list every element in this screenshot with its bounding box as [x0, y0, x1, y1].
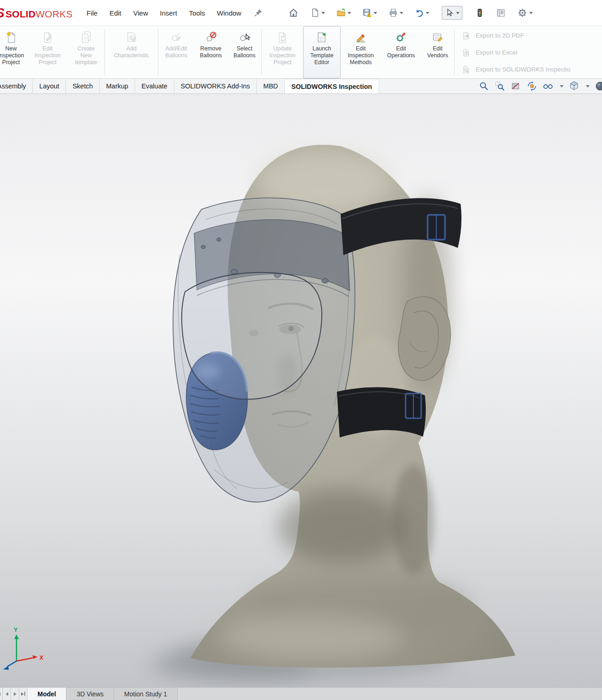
edit-inspection-methods-button[interactable]: Edit Inspection Methods	[341, 26, 381, 78]
print-button[interactable]	[387, 6, 405, 20]
launch-template-editor-button[interactable]: Launch Template Editor	[303, 26, 341, 78]
tab-solidworks-add-ins[interactable]: SOLIDWORKS Add-Ins	[174, 79, 257, 93]
select-tool-button[interactable]	[442, 6, 462, 20]
tab-sketch[interactable]: Sketch	[66, 79, 99, 93]
tab-mbd[interactable]: MBD	[257, 79, 285, 93]
scroll-last-icon[interactable]	[19, 688, 27, 700]
open-document-button[interactable]	[335, 6, 353, 20]
undo-button[interactable]	[413, 6, 431, 20]
edit-vendors-button[interactable]: Edit Vendors	[421, 26, 454, 78]
update-inspection-project-icon	[276, 29, 289, 45]
display-style-icon[interactable]	[595, 81, 602, 92]
launch-template-editor-icon	[315, 29, 328, 45]
quick-access-toolbar	[287, 5, 534, 20]
export-excel-icon	[462, 48, 471, 57]
add-edit-balloons-button[interactable]: Add/Edit Balloons	[158, 26, 194, 78]
new-document-dropdown[interactable]	[321, 12, 325, 14]
head-strap-lower	[337, 387, 426, 438]
viewport-3d[interactable]: Y X Z	[0, 94, 602, 687]
options-dropdown[interactable]	[529, 12, 533, 14]
menu-tools[interactable]: Tools	[183, 5, 211, 21]
print-dropdown[interactable]	[400, 12, 403, 14]
model-canvas: Y X Z	[0, 94, 602, 687]
edit-inspection-methods-icon	[354, 29, 367, 45]
create-new-template-button[interactable]: Create New template	[68, 26, 104, 78]
add-characteristic-icon	[125, 29, 138, 45]
save-dropdown[interactable]	[374, 12, 377, 14]
export-solidworks-inspection-icon	[462, 65, 471, 74]
tab-assembly[interactable]: Assembly	[0, 79, 33, 93]
menu-insert[interactable]: Insert	[154, 5, 183, 21]
add-characteristic-button[interactable]: Add Characteristic	[105, 26, 158, 78]
hide-show-icon[interactable]	[542, 81, 553, 92]
hide-show-dropdown[interactable]	[560, 85, 564, 88]
menu-edit[interactable]: Edit	[103, 5, 127, 21]
zoom-area-icon[interactable]	[494, 81, 505, 92]
tab-markup[interactable]: Markup	[100, 79, 135, 93]
home-button[interactable]	[287, 5, 300, 20]
add-edit-balloons-icon	[170, 29, 183, 45]
select-balloons-button[interactable]: Select Balloons	[228, 26, 261, 78]
update-inspection-project-button[interactable]: Update Inspection Project	[262, 26, 303, 78]
section-view-icon[interactable]	[510, 81, 521, 92]
edit-operations-icon	[395, 29, 407, 45]
menu-view[interactable]: View	[127, 5, 154, 21]
tab-evaluate[interactable]: Evaluate	[135, 79, 174, 93]
main-menu: File Edit View Insert Tools Window	[81, 5, 247, 21]
bottom-tab-bar: Model 3D Views Motion Study 1	[0, 687, 602, 700]
export-solidworks-inspection-button[interactable]: Export to SOLIDWORKS Inspectio	[462, 61, 570, 78]
ribbon-solidworks-inspection: New Inspection Project Edit Inspection P…	[0, 26, 602, 79]
task-pane-button[interactable]	[494, 6, 507, 20]
edit-operations-button[interactable]: Edit Operations	[381, 26, 421, 78]
remove-balloons-button[interactable]: Remove Balloons	[194, 26, 228, 78]
command-manager-tabs: Assembly Layout Sketch Markup Evaluate S…	[0, 79, 602, 94]
triad-y-label: Y	[14, 626, 18, 633]
solidworks-logo: S SOLID WORKS	[0, 5, 81, 21]
logo-solid-text: SOLID	[5, 9, 36, 20]
export-pdf-icon	[462, 31, 471, 40]
rotate-view-icon[interactable]	[526, 81, 537, 92]
view-orientation-dropdown[interactable]	[586, 85, 590, 88]
new-inspection-project-icon	[5, 29, 17, 45]
sheet-tab-navigation	[0, 688, 27, 700]
view-orientation-icon[interactable]	[569, 81, 580, 92]
menu-file[interactable]: File	[81, 5, 103, 21]
undo-dropdown[interactable]	[426, 12, 429, 14]
scroll-left-icon[interactable]	[3, 688, 11, 700]
open-document-dropdown[interactable]	[347, 12, 351, 14]
edit-inspection-project-button[interactable]: Edit Inspection Project	[27, 26, 68, 78]
tab-3d-views[interactable]: 3D Views	[66, 688, 114, 700]
create-new-template-icon	[80, 29, 92, 45]
export-group: Export to 2D PDF Export to Excel Export …	[455, 26, 570, 78]
edit-vendors-icon	[431, 29, 444, 45]
tab-bar-filler	[178, 688, 602, 700]
zoom-fit-icon[interactable]	[478, 81, 489, 92]
logo-3ds-mark: S	[0, 5, 5, 21]
export-2d-pdf-button[interactable]: Export to 2D PDF	[462, 27, 570, 44]
menu-window[interactable]: Window	[211, 5, 247, 21]
app-container: S SOLID WORKS File Edit View Insert Tool…	[0, 0, 602, 700]
select-tool-dropdown[interactable]	[456, 12, 460, 14]
export-excel-button[interactable]: Export to Excel	[462, 44, 570, 61]
solidworks-window: S SOLID WORKS File Edit View Insert Tool…	[0, 0, 602, 700]
new-document-button[interactable]	[309, 6, 326, 20]
remove-balloons-icon	[205, 29, 217, 45]
tab-motion-study-1[interactable]: Motion Study 1	[114, 688, 177, 700]
tab-layout[interactable]: Layout	[33, 79, 66, 93]
heads-up-view-toolbar	[478, 79, 602, 93]
options-gear-button[interactable]	[515, 5, 534, 20]
triad-x-label: X	[39, 654, 43, 661]
logo-works-text: WORKS	[36, 9, 73, 20]
save-button[interactable]	[361, 6, 379, 20]
interference-traffic-light-button[interactable]	[473, 6, 486, 20]
pin-menu-icon[interactable]	[254, 8, 263, 17]
menu-bar: S SOLID WORKS File Edit View Insert Tool…	[0, 0, 602, 26]
tab-solidworks-inspection[interactable]: SOLIDWORKS Inspection	[285, 79, 379, 93]
edit-inspection-project-icon	[41, 29, 54, 45]
new-inspection-project-button[interactable]: New Inspection Project	[0, 26, 27, 78]
tab-model[interactable]: Model	[27, 688, 66, 700]
select-balloons-icon	[238, 29, 251, 45]
scroll-right-icon[interactable]	[11, 688, 19, 700]
